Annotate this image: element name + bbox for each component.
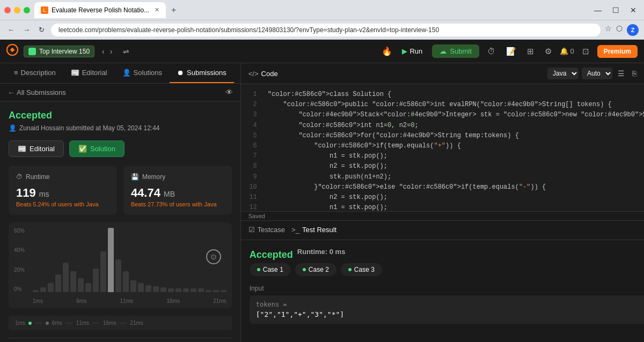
address-input[interactable] (51, 24, 601, 36)
timer-button[interactable]: ⏱ (485, 46, 498, 57)
win-close-button[interactable]: ✕ (627, 5, 640, 16)
profile-icon[interactable]: Z (627, 24, 639, 36)
line-number: 8 (246, 161, 257, 172)
chart-bar[interactable] (191, 288, 196, 292)
prev-problem-button[interactable]: ‹ (100, 46, 107, 57)
study-plan-badge[interactable]: Top Interview 150 (24, 46, 94, 57)
chart-bar[interactable] (48, 283, 54, 292)
submission-status: Accepted (9, 110, 232, 121)
solution-button[interactable]: ✅ Solution (69, 140, 125, 157)
line-number: 6 (246, 141, 257, 151)
run-button[interactable]: ▶ Run (398, 45, 427, 57)
grid-button[interactable]: ⊞ (524, 46, 537, 57)
notes-button[interactable]: 📝 (503, 46, 519, 57)
chart-bar[interactable] (160, 287, 166, 292)
testcase-tab[interactable]: ☑ Testcase (248, 221, 285, 239)
editorial-button[interactable]: 📰 Editorial (9, 140, 64, 157)
runtime-chart: 60% 40% 20% 0% 1ms 6ms 11ms 16ms 21ms ⊙ (9, 222, 232, 308)
chart-tooltip[interactable]: ⊙ (206, 249, 221, 264)
bookmark-icon[interactable]: ☆ (605, 24, 612, 36)
forward-button[interactable]: → (21, 25, 32, 35)
chart-bar[interactable] (168, 288, 174, 292)
chart-bar[interactable] (213, 290, 219, 292)
chart-bar[interactable] (78, 278, 84, 292)
hamburger-button[interactable]: ☰ (616, 68, 627, 79)
chart-bar[interactable] (85, 283, 91, 292)
chart-bar[interactable] (70, 271, 76, 292)
memory-icon: 💾 (131, 173, 139, 181)
code-line: "color:#4ec9b0">Stack<"color:#4ec9b0">In… (268, 110, 644, 120)
win-max-button[interactable]: ☐ (609, 5, 623, 16)
chart-bar[interactable] (175, 288, 181, 292)
code-editor[interactable]: 12345678910111213141516 "color:#c586c0">… (241, 84, 644, 211)
chart-bar[interactable] (55, 274, 61, 292)
shuffle-button[interactable]: ⇌ (120, 46, 133, 57)
win-min-button[interactable]: — (591, 5, 605, 16)
refresh-button[interactable]: ↻ (36, 25, 47, 35)
maximize-window-button[interactable] (24, 7, 30, 13)
next-problem-button[interactable]: › (108, 46, 115, 57)
tab-favicon: L (41, 6, 48, 14)
chart-bar[interactable] (145, 285, 151, 292)
tab-title: Evaluate Reverse Polish Notatio... (52, 6, 149, 14)
chart-bar[interactable] (138, 283, 144, 292)
submissions-icon: ⏺ (177, 69, 184, 77)
new-tab-button[interactable]: + (168, 5, 179, 15)
chart-bar[interactable] (130, 280, 136, 292)
language-selector[interactable]: Java (547, 68, 579, 79)
chart-bar[interactable] (183, 288, 189, 292)
test-case-1[interactable]: Case 1 (250, 263, 291, 276)
chart-bar[interactable] (123, 271, 129, 292)
case3-dot (348, 268, 352, 271)
chart-bar[interactable] (33, 290, 39, 292)
chart-bar[interactable] (63, 263, 69, 292)
chart-bar[interactable] (153, 286, 159, 292)
clock-icon: ⏱ (16, 173, 23, 181)
case1-dot (257, 268, 260, 271)
copy-button[interactable]: ⎘ (630, 68, 639, 79)
minimize-window-button[interactable] (14, 7, 20, 13)
tab-editorial[interactable]: 📰 Editorial (63, 63, 115, 83)
result-runtime: Runtime: 0 ms (297, 248, 346, 256)
line-number: 7 (246, 151, 257, 161)
tab-solutions[interactable]: 👤 Solutions (115, 63, 170, 83)
extensions-icon[interactable]: ⬡ (616, 24, 623, 36)
tab-close-button[interactable]: ✕ (155, 6, 159, 13)
solutions-icon: 👤 (122, 69, 131, 77)
submission-content: Accepted 👤 Zunaid Hossain submitted at M… (0, 101, 240, 342)
test-result-icon: >_ (291, 226, 299, 234)
test-case-3[interactable]: Case 3 (341, 263, 382, 276)
close-window-button[interactable] (4, 7, 11, 13)
memory-beats: Beats 27.73% of users with Java (131, 201, 224, 207)
chart-bar[interactable] (108, 228, 114, 292)
auto-selector[interactable]: Auto (582, 68, 612, 79)
chart-bar[interactable] (100, 251, 106, 292)
code-content[interactable]: "color:#c586c0">class Solution { "color:… (262, 90, 644, 206)
layout-button[interactable]: ⊡ (580, 46, 592, 57)
tab-description[interactable]: ≡ Description (6, 63, 63, 83)
chart-bar[interactable] (206, 290, 211, 292)
chart-bar[interactable] (40, 287, 46, 292)
tab-submissions[interactable]: ⏺ Submissions (170, 63, 234, 83)
chart-bar[interactable] (221, 290, 226, 292)
chart-bar[interactable] (115, 259, 121, 292)
chart-bar[interactable] (93, 269, 99, 292)
toggle-visibility-button[interactable]: 👁 (225, 88, 233, 96)
line-numbers: 12345678910111213141516 (241, 90, 262, 206)
submit-button[interactable]: ☁ Submit (432, 44, 479, 58)
premium-button[interactable]: Premium (597, 45, 638, 58)
line-number: 3 (246, 110, 257, 120)
nav-logo[interactable] (6, 44, 18, 58)
test-case-2[interactable]: Case 2 (295, 263, 336, 276)
braces-button[interactable]: {} (642, 68, 644, 79)
chart-bar[interactable] (198, 288, 204, 292)
runtime-card: ⏱ Runtime 119 ms Beats 5.24% of users wi… (9, 166, 117, 215)
browser-tab[interactable]: L Evaluate Reverse Polish Notatio... ✕ (34, 2, 166, 18)
chart-x-labels: 1ms 6ms 11ms 16ms 21ms (33, 298, 226, 304)
back-button[interactable]: ← (5, 25, 17, 35)
fire-icon: 🔥 (382, 46, 392, 56)
test-result-tab[interactable]: >_ Test Result (291, 221, 336, 239)
line-number: 10 (246, 182, 257, 192)
settings-button[interactable]: ⚙ (542, 46, 554, 57)
back-to-submissions-button[interactable]: ← All Submissions (8, 88, 66, 96)
